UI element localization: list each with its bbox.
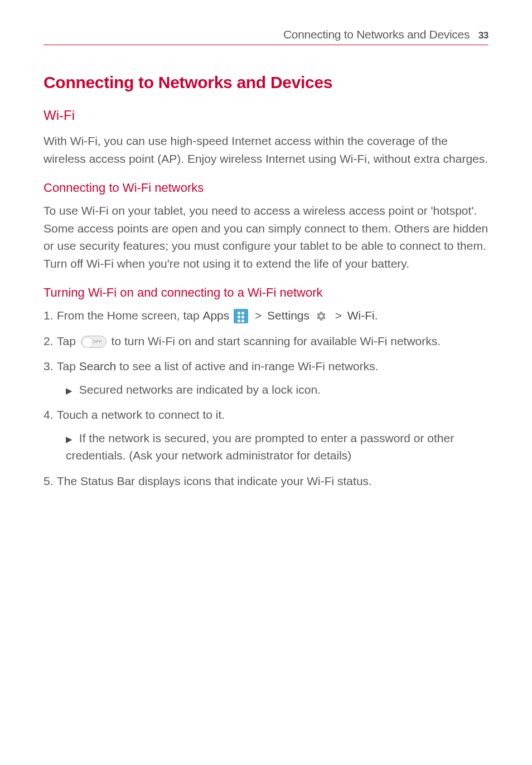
toggle-off-icon: OFF (81, 336, 107, 348)
settings-icon (314, 309, 328, 323)
apps-icon (234, 309, 248, 323)
connecting-body: To use Wi-Fi on your tablet, you need to… (43, 202, 489, 272)
step3-search-label: Search (79, 360, 117, 372)
step-4: Touch a network to connect to it. ▶ If t… (43, 406, 489, 464)
step-5: The Status Bar displays icons that indic… (43, 472, 489, 490)
step-3: Tap Search to see a list of active and i… (43, 357, 489, 398)
step1-apps-label: Apps (202, 309, 229, 322)
step4-text: Touch a network to connect to it. (57, 408, 225, 421)
step5-text: The Status Bar displays icons that indic… (57, 475, 372, 487)
step4-sub: If the network is secured, you are promp… (66, 432, 454, 462)
wifi-heading: Wi-Fi (43, 108, 489, 123)
step2-a: Tap (57, 335, 79, 347)
step2-b: to turn Wi-Fi on and start scanning for … (112, 335, 441, 347)
connecting-heading: Connecting to Wi-Fi networks (43, 181, 489, 195)
turning-on-heading: Turning Wi-Fi on and connecting to a Wi-… (43, 285, 489, 300)
step1-settings-label: Settings (267, 309, 309, 322)
arrow-icon: ▶ (66, 434, 72, 444)
step1-gt1: > (255, 309, 262, 322)
step1-wifi-label: Wi-Fi (347, 309, 375, 322)
step3-sublist: ▶ Secured networks are indicated by a lo… (57, 381, 489, 399)
running-header: Connecting to Networks and Devices 33 (43, 28, 489, 45)
step-2: Tap OFF to turn Wi-Fi on and start scann… (43, 332, 489, 350)
step4-sublist: ▶ If the network is secured, you are pro… (57, 429, 489, 464)
steps-list: From the Home screen, tap Apps > Setting… (43, 307, 489, 490)
arrow-icon: ▶ (66, 386, 72, 395)
header-section: Connecting to Networks and Devices (283, 28, 470, 41)
step3-sub: Secured networks are indicated by a lock… (79, 383, 321, 396)
wifi-intro: With Wi-Fi, you can use high-speed Inter… (43, 132, 489, 167)
step-1: From the Home screen, tap Apps > Setting… (43, 307, 489, 325)
step1-period: . (375, 309, 378, 322)
step1-gt2: > (335, 309, 342, 322)
step1-prefix: From the Home screen, tap (57, 309, 202, 322)
step3-b: to see a list of active and in-range Wi-… (119, 360, 379, 372)
page-number: 33 (478, 30, 489, 41)
page-title: Connecting to Networks and Devices (43, 73, 489, 92)
step3-a: Tap (57, 360, 79, 372)
